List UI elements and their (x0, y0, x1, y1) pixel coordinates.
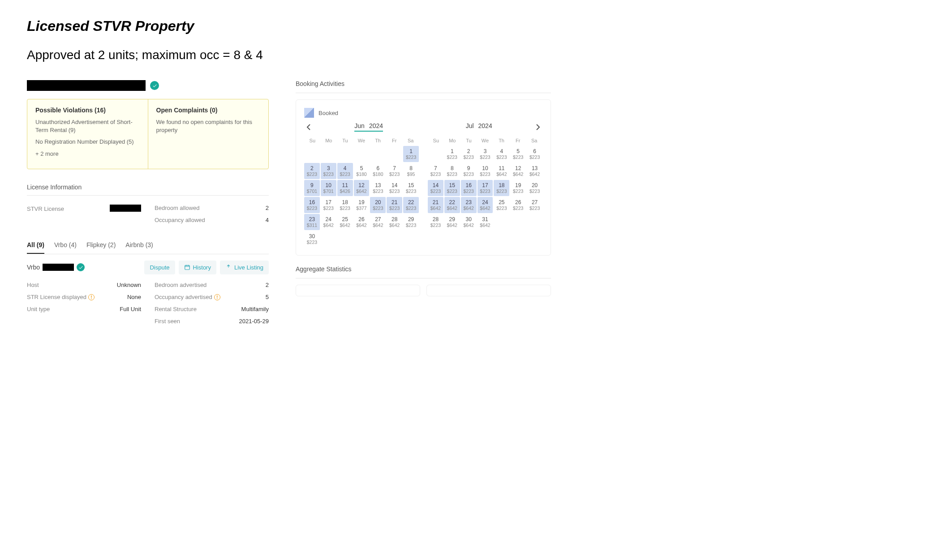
info-row: STVR License (27, 202, 141, 216)
calendar-day[interactable]: 9$701 (304, 180, 320, 196)
calendar-day[interactable]: 25$223 (494, 197, 509, 213)
calendar-day[interactable]: 8$223 (444, 163, 460, 179)
listing-tabs: All (9)Vrbo (4)Flipkey (2)Airbnb (3) (27, 237, 269, 254)
info-value: 2 (266, 205, 269, 211)
calendar-dow: Su (304, 138, 321, 143)
calendar-day[interactable]: 2$223 (461, 146, 477, 162)
history-button[interactable]: History (179, 261, 216, 274)
dispute-button[interactable]: Dispute (144, 261, 175, 274)
calendar-day[interactable]: 18$223 (337, 197, 353, 213)
complaints-panel[interactable]: Open Complaints (0) We found no open com… (148, 99, 269, 169)
calendar-day[interactable]: 11$642 (494, 163, 509, 179)
calendar-day[interactable]: 21$642 (428, 197, 443, 213)
info-value (110, 205, 141, 213)
calendar-day[interactable]: 23$311 (304, 214, 320, 230)
calendar-day[interactable]: 14$223 (387, 180, 402, 196)
listing-tab[interactable]: Vrbo (4) (54, 237, 77, 254)
calendar-day[interactable]: 22$223 (403, 197, 419, 213)
alerts-card: Possible Violations (16) Unauthorized Ad… (27, 99, 269, 169)
calendar-day[interactable]: 2$223 (304, 163, 320, 179)
calendar-day[interactable]: 7$223 (387, 163, 402, 179)
calendar-day[interactable]: 10$223 (478, 163, 493, 179)
calendar-day[interactable]: 24$642 (321, 214, 336, 230)
calendar-day[interactable]: 1$223 (444, 146, 460, 162)
calendar-day[interactable]: 16$223 (461, 180, 477, 196)
calendar-day[interactable]: 30$642 (461, 214, 477, 230)
calendar-day[interactable]: 21$223 (387, 197, 402, 213)
calendar-prev-button[interactable] (304, 123, 313, 132)
calendar-day[interactable]: 28$642 (387, 214, 402, 230)
calendar-day[interactable]: 29$642 (444, 214, 460, 230)
calendar-day[interactable]: 26$223 (510, 197, 526, 213)
calendar-day[interactable]: 26$642 (354, 214, 370, 230)
calendar-day[interactable]: 22$642 (444, 197, 460, 213)
info-row: HostUnknown (27, 279, 141, 291)
calendar-day[interactable]: 20$223 (370, 197, 386, 213)
calendar-day[interactable]: 17$223 (321, 197, 336, 213)
listing-tab[interactable]: Flipkey (2) (86, 237, 116, 254)
calendar-day[interactable]: 23$642 (461, 197, 477, 213)
calendar-day[interactable]: 30$223 (304, 231, 320, 247)
calendar-dow: Sa (402, 138, 419, 143)
warning-icon: ! (88, 294, 95, 300)
calendar-day[interactable]: 31$642 (478, 214, 493, 230)
calendar-month-label[interactable]: Jun2024 (354, 122, 383, 132)
aggregate-card (296, 285, 420, 296)
calendar-day[interactable]: 27$642 (370, 214, 386, 230)
complaints-title: Open Complaints (0) (156, 107, 261, 114)
license-info-header: License Information (27, 179, 269, 196)
calendar-day[interactable]: 3$223 (478, 146, 493, 162)
info-row: First seen2021-05-29 (155, 315, 269, 327)
calendar-day[interactable]: 14$223 (428, 180, 443, 196)
live-listing-button[interactable]: Live Listing (220, 261, 269, 274)
calendar-day[interactable]: 28$223 (428, 214, 443, 230)
calendar-day[interactable]: 11$426 (337, 180, 353, 196)
calendar-month-label[interactable]: Jul2024 (466, 122, 492, 132)
calendar-day[interactable]: 4$223 (494, 146, 509, 162)
calendar-day[interactable]: 10$701 (321, 180, 336, 196)
calendar-day[interactable]: 20$223 (527, 180, 542, 196)
calendar-day[interactable]: 6$180 (370, 163, 386, 179)
calendar-day[interactable]: 1$223 (403, 146, 419, 162)
calendar-day[interactable]: 6$223 (527, 146, 542, 162)
info-row: Bedroom allowed2 (155, 202, 269, 214)
calendar-day[interactable]: 25$642 (337, 214, 353, 230)
calendar-day[interactable]: 27$223 (527, 197, 542, 213)
violations-panel[interactable]: Possible Violations (16) Unauthorized Ad… (27, 99, 148, 169)
calendar-day[interactable]: 12$642 (510, 163, 526, 179)
calendar-day[interactable]: 17$223 (478, 180, 493, 196)
calendar-day[interactable]: 15$223 (444, 180, 460, 196)
svg-rect-0 (185, 265, 189, 269)
calendar-next-button[interactable] (533, 123, 542, 132)
calendar-day[interactable]: 16$223 (304, 197, 320, 213)
calendar-day[interactable]: 15$223 (403, 180, 419, 196)
calendar-day[interactable]: 9$223 (461, 163, 477, 179)
info-value: 5 (266, 294, 269, 300)
listing-verified-icon (77, 263, 85, 271)
listing-platform: Vrbo (27, 264, 40, 271)
calendar-day[interactable]: 13$642 (527, 163, 542, 179)
calendar-day[interactable]: 3$223 (321, 163, 336, 179)
calendar-dow: Fr (386, 138, 403, 143)
info-row: Occupancy advertised!5 (155, 291, 269, 304)
listing-tab[interactable]: All (9) (27, 237, 44, 254)
calendar-day[interactable]: 18$223 (494, 180, 509, 196)
verified-check-icon (150, 81, 159, 90)
calendar-day[interactable]: 24$642 (478, 197, 493, 213)
listing-tab[interactable]: Airbnb (3) (125, 237, 153, 254)
calendar-day[interactable]: 12$642 (354, 180, 370, 196)
info-label: STR License displayed! (27, 294, 95, 301)
calendar-day[interactable]: 8$95 (403, 163, 419, 179)
calendar-dow: We (477, 138, 494, 143)
calendar-day[interactable]: 13$223 (370, 180, 386, 196)
calendar-day[interactable]: 19$377 (354, 197, 370, 213)
page-title: Licensed STVR Property (27, 18, 898, 34)
booked-legend-label: Booked (318, 110, 338, 116)
calendar-day[interactable]: 7$223 (428, 163, 443, 179)
calendar-day[interactable]: 4$223 (337, 163, 353, 179)
calendar-day[interactable]: 29$223 (403, 214, 419, 230)
calendar-day[interactable]: 5$223 (510, 146, 526, 162)
calendar-day[interactable]: 5$180 (354, 163, 370, 179)
violations-title: Possible Violations (16) (35, 107, 140, 114)
calendar-day[interactable]: 19$223 (510, 180, 526, 196)
